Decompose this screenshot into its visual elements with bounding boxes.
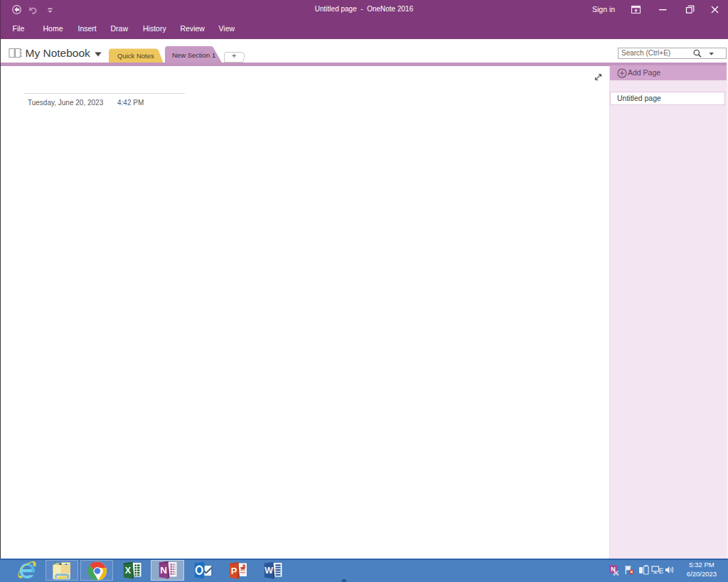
svg-text:W: W xyxy=(264,566,273,576)
svg-text:N: N xyxy=(160,565,167,576)
svg-text:X: X xyxy=(125,566,132,576)
svg-text:P: P xyxy=(231,566,237,576)
